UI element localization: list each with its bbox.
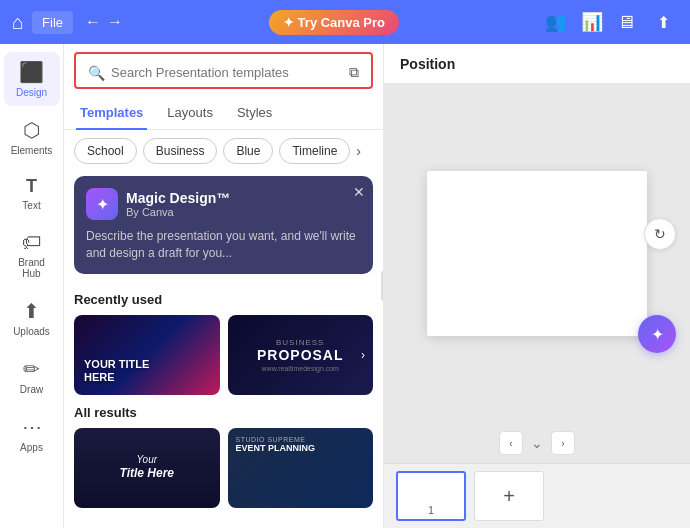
template-business-proposal-content: BUSINESS PROPOSAL www.realtimedesign.com — [257, 338, 344, 372]
all-results-title: All results — [74, 405, 373, 420]
redo-button[interactable]: → — [107, 13, 123, 31]
search-input[interactable] — [111, 65, 343, 80]
recently-used-title: Recently used — [74, 292, 373, 307]
sidebar: ⬛ Design ⬡ Elements T Text 🏷 Brand Hub ⬆… — [0, 44, 64, 528]
template-proposal-text: PROPOSAL — [257, 347, 344, 363]
apps-icon: ⋯ — [22, 415, 42, 439]
magic-design-title-group: Magic Design™ By Canva — [126, 190, 230, 218]
template-result2-title: EVENT PLANNING — [236, 443, 366, 453]
search-bar: 🔍 ⧉ — [88, 64, 359, 81]
page-number-1: 1 — [428, 505, 434, 516]
template-card-business-proposal[interactable]: BUSINESS PROPOSAL www.realtimedesign.com… — [228, 315, 374, 395]
sidebar-item-brand-hub[interactable]: 🏷 Brand Hub — [4, 223, 60, 287]
canvas-chevron-down[interactable]: ⌄ — [531, 435, 543, 451]
canvas-left-arrow[interactable]: ‹ — [499, 431, 523, 455]
template-card-result-1[interactable]: Your Title Here — [74, 428, 220, 508]
filter-icon[interactable]: ⧉ — [349, 64, 359, 81]
category-pills: School Business Blue Timeline › — [64, 130, 383, 172]
magic-design-header: ✦ Magic Design™ By Canva — [86, 188, 361, 220]
canvas-bottom-nav: ‹ ⌄ › — [384, 423, 690, 463]
magic-design-card: ✕ ✦ Magic Design™ By Canva Describe the … — [74, 176, 373, 274]
home-icon[interactable]: ⌂ — [12, 11, 24, 34]
sidebar-item-draw[interactable]: ✏ Draw — [4, 349, 60, 403]
sidebar-label-uploads: Uploads — [13, 326, 50, 337]
canvas-slide — [427, 171, 647, 336]
topbar-right-actions: 👥 📊 🖥 ⬆ — [545, 9, 678, 36]
sidebar-item-elements[interactable]: ⬡ Elements — [4, 110, 60, 164]
thumbnail-page-1[interactable]: 1 — [396, 471, 466, 521]
tab-styles[interactable]: Styles — [233, 97, 276, 130]
magic-design-close-button[interactable]: ✕ — [353, 184, 365, 200]
canvas-area: Position ↻ ✦ ‹ ⌄ › 1 + — [384, 44, 690, 528]
undo-button[interactable]: ← — [85, 13, 101, 31]
all-results-grid: Your Title Here Studio Supreme EVENT PLA… — [74, 428, 373, 508]
elements-icon: ⬡ — [23, 118, 40, 142]
canvas-right-arrow[interactable]: › — [551, 431, 575, 455]
template-business-text: BUSINESS — [257, 338, 344, 347]
brand-hub-icon: 🏷 — [22, 231, 42, 254]
template-card-result-2[interactable]: Studio Supreme EVENT PLANNING — [228, 428, 374, 508]
template-website-text: www.realtimedesign.com — [257, 365, 344, 372]
sidebar-label-brand-hub: Brand Hub — [10, 257, 54, 279]
recently-used-grid: YOUR tITLe HERE BUSINESS PROPOSAL www.re… — [74, 315, 373, 395]
add-page-button[interactable]: + — [474, 471, 544, 521]
magic-design-description: Describe the presentation you want, and … — [86, 228, 361, 262]
pill-timeline[interactable]: Timeline — [279, 138, 350, 164]
template-proposal-arrow: › — [361, 348, 365, 362]
sidebar-label-draw: Draw — [20, 384, 43, 395]
templates-panel: 🔍 ⧉ Templates Layouts Styles School Busi… — [64, 44, 384, 528]
uploads-icon: ⬆ — [23, 299, 40, 323]
sidebar-label-text: Text — [22, 200, 40, 211]
sidebar-item-uploads[interactable]: ⬆ Uploads — [4, 291, 60, 345]
tab-layouts[interactable]: Layouts — [163, 97, 217, 130]
template-card-your-title[interactable]: YOUR tITLe HERE — [74, 315, 220, 395]
panel-content: Recently used YOUR tITLe HERE BUSINESS P… — [64, 282, 383, 528]
template-result2-tag: Studio Supreme — [236, 436, 366, 443]
main-layout: ⬛ Design ⬡ Elements T Text 🏷 Brand Hub ⬆… — [0, 44, 690, 528]
topbar-center: ✦ Try Canva Pro — [131, 10, 537, 35]
refresh-button[interactable]: ↻ — [644, 218, 676, 250]
magic-design-icon: ✦ — [86, 188, 118, 220]
people-icon-button[interactable]: 👥 — [545, 11, 567, 33]
canvas-main: ↻ ✦ — [384, 84, 690, 423]
thumbnail-strip: 1 + — [384, 463, 690, 528]
template-result2-content: Studio Supreme EVENT PLANNING — [236, 436, 366, 453]
panel-tabs: Templates Layouts Styles — [64, 93, 383, 130]
magic-design-by: By Canva — [126, 206, 230, 218]
pill-school[interactable]: School — [74, 138, 137, 164]
sidebar-item-design[interactable]: ⬛ Design — [4, 52, 60, 106]
pill-business[interactable]: Business — [143, 138, 218, 164]
template-result1-text: Your Title Here — [120, 453, 174, 482]
sidebar-item-apps[interactable]: ⋯ Apps — [4, 407, 60, 461]
search-icon: 🔍 — [88, 65, 105, 81]
magic-button[interactable]: ✦ — [638, 315, 676, 353]
sidebar-item-text[interactable]: T Text — [4, 168, 60, 219]
search-bar-container: 🔍 ⧉ — [74, 52, 373, 89]
draw-icon: ✏ — [23, 357, 40, 381]
pill-blue[interactable]: Blue — [223, 138, 273, 164]
present-icon-button[interactable]: 🖥 — [617, 12, 635, 33]
position-label: Position — [400, 56, 455, 72]
undo-redo-nav: ← → — [85, 13, 123, 31]
sidebar-label-elements: Elements — [11, 145, 53, 156]
share-icon-button[interactable]: ⬆ — [649, 9, 678, 36]
sidebar-label-design: Design — [16, 87, 47, 98]
chart-icon-button[interactable]: 📊 — [581, 11, 603, 33]
sidebar-label-apps: Apps — [20, 442, 43, 453]
magic-design-title: Magic Design™ — [126, 190, 230, 206]
file-menu-button[interactable]: File — [32, 11, 73, 34]
right-header: Position — [384, 44, 690, 84]
tab-templates[interactable]: Templates — [76, 97, 147, 130]
pills-scroll-right[interactable]: › — [356, 143, 361, 159]
try-canva-pro-button[interactable]: ✦ Try Canva Pro — [269, 10, 399, 35]
design-icon: ⬛ — [19, 60, 44, 84]
topbar: ⌂ File ← → ✦ Try Canva Pro 👥 📊 🖥 ⬆ — [0, 0, 690, 44]
text-icon: T — [26, 176, 37, 197]
template-your-title-text: YOUR tITLe HERE — [84, 358, 149, 384]
